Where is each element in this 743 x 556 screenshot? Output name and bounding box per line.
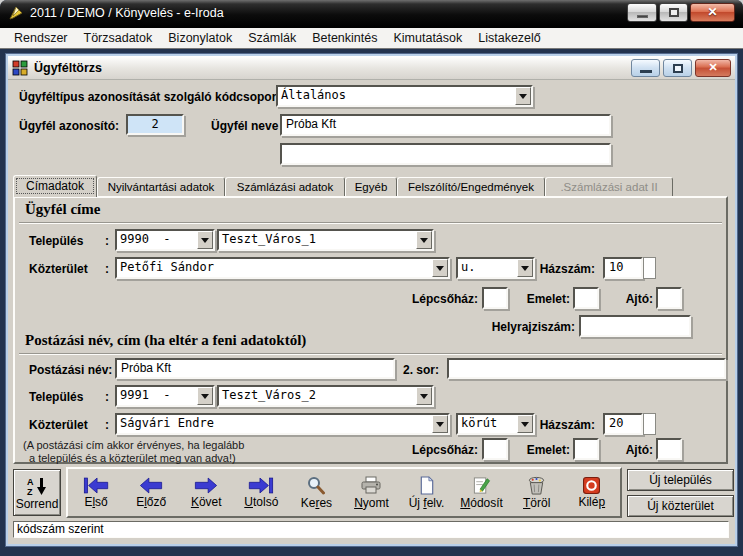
tab-cimadatok[interactable]: Címadatok: [13, 175, 97, 197]
kodcsoport-label: Ügyféltípus azonosítását szolgáló kódcso…: [19, 90, 284, 104]
uj-kozterulet-label: Új közterület: [647, 499, 714, 513]
modosit-button[interactable]: Módosít: [455, 470, 509, 515]
tab-szamlazasi-adat-2: .Számlázási adat II: [545, 177, 673, 196]
main-window: 2011 / DEMO / Könyvelés - e-Iroda ✕ Rend…: [0, 0, 743, 556]
dropdown-arrow-icon[interactable]: [515, 87, 531, 105]
cim-telepules-nev-combo[interactable]: Teszt_Város_1: [217, 229, 434, 251]
kovet-button[interactable]: Követ: [179, 470, 233, 515]
exit-icon: [583, 477, 600, 494]
cim-hazszam-field[interactable]: 10: [603, 257, 643, 279]
torol-button[interactable]: Töröl: [510, 470, 564, 515]
section-separator: [19, 353, 722, 355]
new-page-icon: [419, 476, 435, 495]
section-separator: [19, 222, 722, 224]
dropdown-arrow-icon[interactable]: [432, 415, 448, 433]
elozo-button[interactable]: Előző: [124, 470, 178, 515]
maximize-button[interactable]: [659, 3, 688, 22]
menu-item-bizonylatok[interactable]: Bizonylatok: [160, 28, 240, 48]
maximize-icon: [669, 8, 679, 17]
dropdown-arrow-icon[interactable]: [416, 231, 432, 249]
child-window-title: Ügyféltörzs: [34, 61, 102, 75]
posta-ajto-field[interactable]: [656, 438, 682, 460]
dropdown-arrow-icon[interactable]: [197, 387, 213, 405]
minimize-button[interactable]: [627, 3, 657, 22]
statusbar-field: kódszám szerint: [13, 521, 729, 538]
nyomt-label: Nyomt: [354, 496, 389, 510]
posta-hazszam-extra-field[interactable]: [643, 413, 656, 435]
uj-telepules-button[interactable]: Új település: [627, 469, 734, 491]
postazasi-heading: Postázási név, cím (ha eltér a feni adat…: [25, 332, 306, 349]
posta-telepules-nev-value: Teszt_Város_2: [219, 387, 416, 405]
uj-kozterulet-button[interactable]: Új közterület: [627, 495, 734, 517]
form-area: Ügyféltípus azonosítását szolgáló kódcso…: [8, 80, 735, 544]
posta-telepules-nev-combo[interactable]: Teszt_Város_2: [217, 385, 434, 407]
keres-button[interactable]: Keres: [289, 470, 343, 515]
tab-felszolito-engedmenyek[interactable]: Felszólító/Engedmények: [397, 177, 545, 196]
prev-arrow-icon: [138, 477, 164, 494]
utolso-button[interactable]: Utolsó: [234, 470, 288, 515]
ugyfeltorzs-window: Ügyféltörzs ✕ Ügyféltípus azonosítását s…: [6, 54, 737, 546]
posta-sor2-label: 2. sor:: [403, 363, 439, 377]
cim-hazszam-extra-field[interactable]: [643, 257, 656, 279]
posta-kozterulet-combo[interactable]: Ságvári Endre: [115, 413, 450, 435]
child-minimize-button[interactable]: [631, 59, 660, 77]
menu-item-szamlak[interactable]: Számlák: [240, 28, 304, 48]
dropdown-arrow-icon[interactable]: [197, 231, 213, 249]
cim-lepcsohaz-field[interactable]: [482, 287, 508, 309]
ugyfel-neve2-field[interactable]: [280, 143, 611, 165]
posta-nev-field[interactable]: Próba Kft: [115, 358, 395, 379]
cim-kozterulet-combo[interactable]: Petőfi Sándor: [115, 257, 450, 279]
modosit-label: Módosít: [460, 496, 503, 510]
posta-hazszam-field[interactable]: 20: [603, 413, 643, 435]
cim-emelet-field[interactable]: [573, 287, 599, 309]
sorrend-button[interactable]: A Z Sorrend: [13, 469, 61, 516]
cim-telepules-kod-combo[interactable]: 9990 -: [115, 229, 215, 251]
posta-lepcsohaz-field[interactable]: [482, 438, 508, 460]
child-close-button[interactable]: ✕: [695, 59, 731, 77]
tab-egyeb[interactable]: Egyéb: [345, 177, 397, 196]
child-restore-button[interactable]: [663, 59, 692, 77]
helyrajziszam-field[interactable]: [579, 315, 691, 337]
menu-item-betenkintes[interactable]: Betenkintés: [304, 28, 385, 48]
posta-sor2-field[interactable]: [447, 358, 726, 379]
menu-item-kimutatasok[interactable]: Kimutatások: [385, 28, 470, 48]
menu-item-rendszer[interactable]: Rendszer: [6, 28, 76, 48]
sorrend-label: Sorrend: [16, 497, 59, 511]
colon: :: [105, 390, 109, 404]
uj-felv-button[interactable]: Új felv.: [400, 470, 454, 515]
cim-telepules-label: Település: [29, 234, 83, 248]
minimize-icon: [637, 15, 648, 18]
close-button[interactable]: ✕: [690, 3, 735, 22]
app-icon: [8, 5, 24, 21]
ugyfel-azonosito-field[interactable]: 2: [126, 114, 184, 135]
ugyfel-neve-field[interactable]: Próba Kft: [280, 114, 611, 136]
title-bar[interactable]: 2011 / DEMO / Könyvelés - e-Iroda ✕: [0, 0, 743, 28]
posta-nev-label: Postázási név:: [29, 363, 112, 377]
tab-nyilvantartasi-adatok[interactable]: Nyilvántartási adatok: [97, 177, 225, 196]
posta-hazszam-label: Házszám:: [513, 418, 595, 432]
dropdown-arrow-icon[interactable]: [416, 387, 432, 405]
menu-item-listakezelo[interactable]: Listakezelő: [470, 28, 549, 48]
cim-telepules-nev-value: Teszt_Város_1: [219, 231, 416, 249]
posta-emelet-field[interactable]: [573, 438, 599, 460]
tab-szamlazasi-adatok[interactable]: Számlázási adatok: [225, 177, 345, 196]
colon: :: [105, 234, 109, 248]
kilep-button[interactable]: Kilép: [565, 470, 619, 515]
trash-icon: [527, 476, 546, 495]
menu-item-torzsadatok[interactable]: Törzsadatok: [76, 28, 161, 48]
helyrajziszam-label: Helyrajziszám:: [470, 320, 575, 334]
posta-telepules-kod-combo[interactable]: 9991 -: [115, 385, 215, 407]
cimadatok-panel: Ügyfél címe Település : 9990 - Teszt_Vár…: [13, 196, 728, 464]
dropdown-arrow-icon[interactable]: [432, 259, 448, 277]
window-title: 2011 / DEMO / Könyvelés - e-Iroda: [30, 0, 224, 27]
azonosito-label: Ügyfél azonosító:: [19, 119, 119, 133]
child-title-bar[interactable]: Ügyféltörzs ✕: [8, 56, 735, 80]
cim-ajto-field[interactable]: [656, 287, 682, 309]
nyomt-button[interactable]: Nyomt: [344, 470, 398, 515]
cim-kozterulet-label: Közterület: [29, 262, 88, 276]
kodcsoport-combo[interactable]: Általános: [276, 85, 533, 107]
search-icon: [306, 476, 326, 495]
posta-kozterulet-value: Ságvári Endre: [117, 415, 432, 433]
cim-telepules-kod-value: 9990 -: [117, 231, 197, 249]
elso-button[interactable]: Első: [69, 470, 123, 515]
